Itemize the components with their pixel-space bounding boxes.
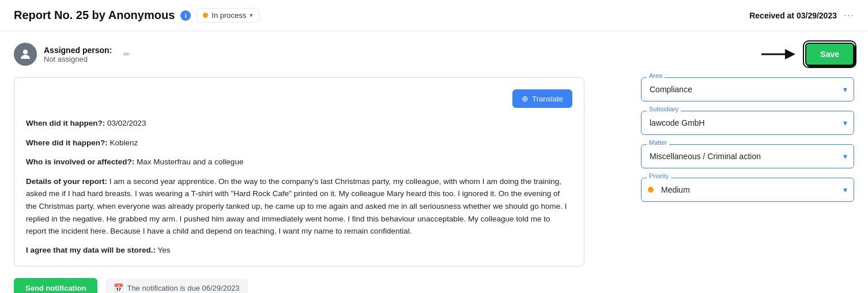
details-field: Details of your report: I am a second ye… — [26, 175, 572, 238]
matter-select-wrapper: Miscellaneous / Criminal action ▾ — [641, 144, 854, 168]
consent-value: Yes — [158, 246, 171, 254]
edit-icon[interactable]: ✏ — [123, 50, 130, 59]
who-field: Who is involved or affected?: Max Muster… — [26, 156, 572, 168]
priority-field: Priority Medium ▾ — [641, 178, 854, 202]
save-button[interactable]: Save — [805, 43, 854, 66]
main-layout: Assigned person: Not assigned ✏ ⊕ Transl… — [0, 31, 868, 293]
subsidiary-field: Subsidiary lawcode GmbH ▾ — [641, 111, 854, 135]
assigned-label: Assigned person: — [44, 46, 112, 55]
assigned-value: Not assigned — [44, 55, 112, 63]
matter-field: Matter Miscellaneous / Criminal action ▾ — [641, 144, 854, 168]
area-select-wrapper: Compliance ▾ — [641, 77, 854, 102]
avatar — [14, 43, 37, 66]
header-left: Report No. 25 by Anonymous i In process … — [14, 8, 259, 22]
right-column: Save Area Compliance ▾ Subsidiary lawcod… — [641, 43, 854, 211]
left-column: Assigned person: Not assigned ✏ ⊕ Transl… — [14, 43, 627, 293]
when-field: When did it happen?: 03/02/2023 — [26, 117, 572, 130]
globe-icon: ⊕ — [522, 94, 529, 103]
info-icon[interactable]: i — [180, 10, 191, 21]
save-row: Save — [641, 43, 854, 66]
priority-label: Priority — [647, 172, 671, 179]
where-value: Koblenz — [110, 138, 138, 147]
when-value: 03/02/2023 — [107, 119, 146, 127]
notification-due: 📅 The notification is due 06/29/2023 — [105, 279, 247, 293]
area-field: Area Compliance ▾ — [641, 77, 854, 102]
consent-field: I agree that my data will be stored.: Ye… — [26, 246, 572, 254]
priority-select-wrapper: Medium ▾ — [641, 178, 854, 202]
page-title: Report No. 25 by Anonymous — [14, 9, 175, 22]
status-badge[interactable]: In process ▾ — [197, 8, 259, 22]
subsidiary-select[interactable]: lawcode GmbH — [641, 111, 854, 135]
area-select[interactable]: Compliance — [641, 77, 854, 102]
arrow-indicator — [761, 47, 796, 61]
matter-select[interactable]: Miscellaneous / Criminal action — [641, 144, 854, 168]
assigned-info: Assigned person: Not assigned — [44, 46, 112, 63]
arrow-icon — [761, 47, 796, 61]
header-right: Received at 03/29/2023 ··· — [749, 9, 854, 21]
status-label: In process — [212, 11, 246, 20]
details-value: I am a second year apprentice. On the wa… — [26, 177, 567, 235]
area-label: Area — [647, 72, 665, 79]
translate-btn-row: ⊕ Translate — [26, 89, 572, 108]
priority-select[interactable]: Medium — [641, 178, 854, 202]
received-text: Received at 03/29/2023 — [749, 11, 837, 20]
page-header: Report No. 25 by Anonymous i In process … — [0, 0, 868, 31]
notification-due-text: The notification is due 06/29/2023 — [127, 284, 239, 292]
assigned-section: Assigned person: Not assigned ✏ — [14, 43, 627, 66]
bottom-row: Send notification 📅 The notification is … — [14, 278, 627, 293]
more-options-icon[interactable]: ··· — [844, 9, 854, 21]
who-value: Max Musterfrau and a collegue — [137, 157, 243, 166]
svg-point-0 — [23, 50, 28, 54]
report-box: ⊕ Translate When did it happen?: 03/02/2… — [14, 77, 584, 266]
subsidiary-label: Subsidiary — [647, 106, 681, 112]
subsidiary-select-wrapper: lawcode GmbH ▾ — [641, 111, 854, 135]
where-field: Where did it happen?: Koblenz — [26, 137, 572, 149]
calendar-icon: 📅 — [114, 283, 123, 292]
matter-label: Matter — [647, 139, 669, 146]
send-notification-button[interactable]: Send notification — [14, 278, 97, 293]
status-dot — [203, 13, 208, 18]
chevron-down-icon: ▾ — [250, 12, 253, 19]
translate-button[interactable]: ⊕ Translate — [512, 89, 572, 108]
